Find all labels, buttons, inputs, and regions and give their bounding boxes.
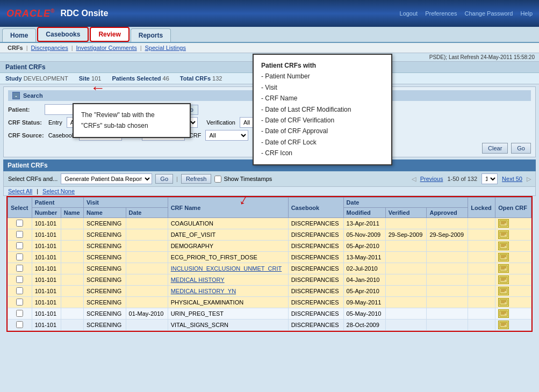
tab-review[interactable]: Review — [90, 27, 129, 42]
table-row: 101-101 SCREENING MEDICAL HISTORY_YN DIS… — [8, 286, 531, 297]
visit-date-cell — [126, 263, 168, 274]
crf-name-link[interactable]: MEDICAL HISTORY — [171, 277, 225, 283]
crf-open-icon[interactable] — [498, 309, 509, 318]
visit-name-cell: SCREENING — [83, 218, 126, 229]
verified-cell — [385, 297, 427, 308]
open-crf-cell — [495, 218, 531, 229]
row-checkbox[interactable] — [16, 310, 23, 317]
patient-number-cell: 101-101 — [32, 308, 61, 320]
go-button[interactable]: Go — [511, 143, 531, 154]
crf-open-icon[interactable] — [498, 219, 509, 228]
row-checkbox[interactable] — [16, 242, 23, 249]
crf-open-icon[interactable] — [498, 264, 509, 273]
patient-name-cell — [61, 297, 83, 308]
generate-report-select[interactable]: Generate Patient Data Report — [61, 173, 152, 184]
annotation-item-7: - Date of CRF Lock — [261, 137, 384, 148]
visit-name-cell: SCREENING — [83, 286, 126, 297]
locked-cell — [468, 274, 495, 286]
clear-button[interactable]: Clear — [482, 143, 508, 154]
casebook-cell: DISCREPANCIES — [288, 263, 343, 274]
crf-open-icon[interactable] — [498, 230, 509, 239]
tab-reports[interactable]: Reports — [131, 28, 171, 42]
locked-cell — [468, 218, 495, 229]
site-label: Site 101 — [79, 75, 102, 82]
visit-date-cell — [126, 252, 168, 263]
header-links: Logout Preferences Change Password Help — [400, 10, 533, 17]
crfs-go-btn[interactable]: Go — [155, 174, 173, 184]
casebook-cell: DISCREPANCIES — [288, 252, 343, 263]
crf-open-icon[interactable] — [498, 242, 509, 250]
patient-name-cell — [61, 274, 83, 286]
preferences-link[interactable]: Preferences — [425, 10, 457, 17]
visit-date-cell — [126, 229, 168, 241]
select-none-link[interactable]: Select None — [42, 188, 75, 194]
patient-label: Patient: — [8, 106, 40, 113]
crf-open-icon[interactable] — [498, 253, 509, 262]
crf-open-icon[interactable] — [498, 287, 509, 295]
sub-nav-investigator-comments[interactable]: Investigator Comments — [73, 45, 140, 51]
crf-name-link[interactable]: MEDICAL HISTORY_YN — [171, 288, 236, 294]
crf-name-cell: DATE_OF_VISIT — [168, 229, 288, 241]
row-checkbox[interactable] — [16, 276, 23, 283]
tab-home[interactable]: Home — [2, 28, 36, 42]
logout-link[interactable]: Logout — [400, 10, 418, 17]
locked-cell — [468, 252, 495, 263]
table-body: 101-101 SCREENING COAGULATION DISCREPANC… — [8, 218, 531, 331]
annotation-item-3: - CRF Name — [261, 93, 384, 104]
table-row: 101-101 SCREENING INCLUSION_EXCLUSION_UN… — [8, 263, 531, 274]
patient-number-cell: 101-101 — [32, 320, 61, 331]
row-checkbox[interactable] — [16, 321, 23, 328]
annotation-item-8: - CRF Icon — [261, 148, 384, 158]
select-all-link[interactable]: Select All — [8, 188, 32, 194]
row-checkbox[interactable] — [16, 253, 23, 260]
crf-name-link[interactable]: INCLUSION_EXCLUSION_UNMET_CRIT — [171, 265, 282, 272]
sub-nav-special-listings[interactable]: Special Listings — [142, 45, 189, 51]
crf-name-cell: DEMOGRAPHY — [168, 241, 288, 252]
change-password-link[interactable]: Change Password — [464, 10, 513, 17]
row-checkbox[interactable] — [16, 287, 23, 294]
row-checkbox[interactable] — [16, 220, 23, 227]
crf-open-icon[interactable] — [498, 321, 509, 329]
patient-name-cell — [61, 320, 83, 331]
collapse-btn[interactable]: - — [12, 92, 20, 99]
next-arrow: ▷ — [527, 176, 531, 183]
approved-cell — [427, 252, 468, 263]
select-cell — [8, 263, 32, 274]
next-btn[interactable]: Next 50 — [502, 176, 522, 182]
visit-date-cell — [126, 286, 168, 297]
sub-nav-crfs[interactable]: CRFs — [4, 45, 26, 51]
crf-open-icon[interactable] — [498, 298, 509, 307]
tab-casebooks[interactable]: Casebooks — [37, 27, 89, 42]
table-row: 101-101 SCREENING VITAL_SIGNS_SCRN DISCR… — [8, 320, 531, 331]
patient-number-cell: 101-101 — [32, 274, 61, 286]
row-checkbox[interactable] — [16, 231, 23, 238]
refresh-btn[interactable]: Refresh — [181, 174, 212, 184]
prev-btn[interactable]: Previous — [420, 176, 443, 182]
modified-cell: 09-May-2011 — [343, 297, 385, 308]
crfs-toolbar: Select CRFs and... Generate Patient Data… — [3, 171, 536, 187]
sub-nav: CRFs | Discrepancies | Investigator Comm… — [0, 43, 539, 53]
help-link[interactable]: Help — [520, 10, 533, 17]
row-checkbox[interactable] — [16, 265, 23, 272]
sub-nav-discrepancies[interactable]: Discrepancies — [28, 45, 71, 51]
open-crf-cell — [495, 252, 531, 263]
visit-date-cell — [126, 241, 168, 252]
table-row: 101-101 SCREENING ECG_PRIOR_TO_FIRST_DOS… — [8, 252, 531, 263]
col-modified: Modified — [343, 208, 385, 218]
crf-select[interactable]: All — [205, 130, 248, 141]
pagination-select[interactable]: 1-50 of 132 — [481, 173, 498, 184]
open-crf-cell — [495, 286, 531, 297]
crf-open-icon[interactable] — [498, 275, 509, 284]
col-casebook: Casebook — [288, 198, 343, 218]
col-open-crf: Open CRF — [495, 198, 531, 218]
table-row: 101-101 SCREENING DEMOGRAPHY DISCREPANCI… — [8, 241, 531, 252]
casebook-cell: DISCREPANCIES — [288, 241, 343, 252]
approved-cell — [427, 308, 468, 320]
show-timestamps-checkbox[interactable] — [214, 176, 221, 183]
casebook-cell: DISCREPANCIES — [288, 229, 343, 241]
col-patient: Patient — [32, 198, 83, 208]
col-date: Date — [343, 198, 468, 208]
oracle-text: ORACLE — [6, 8, 51, 19]
row-checkbox[interactable] — [16, 299, 23, 306]
visit-name-cell: SCREENING — [83, 274, 126, 286]
